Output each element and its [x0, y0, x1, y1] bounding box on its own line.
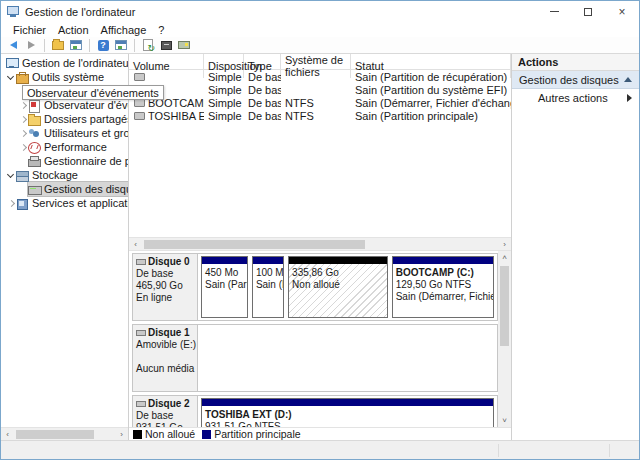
- menu-action[interactable]: Action: [52, 22, 95, 37]
- sidebar-item-root[interactable]: Gestion de l'ordinateur (local): [1, 56, 128, 70]
- close-icon: ×: [618, 6, 625, 18]
- partition-color-bar: [393, 257, 493, 264]
- up-one-level-icon[interactable]: [50, 38, 66, 52]
- menu-aide[interactable]: ?: [152, 22, 170, 37]
- chevron-down-icon[interactable]: [6, 72, 16, 82]
- collapse-icon[interactable]: [624, 77, 632, 82]
- app-icon: [7, 6, 20, 17]
- partition-color-bar: [202, 399, 493, 406]
- disk-row-0: Disque 0 De base 465,90 Go En ligne 450 …: [132, 253, 498, 321]
- legend-primary-label: Partition principale: [214, 428, 300, 440]
- properties-icon[interactable]: [158, 38, 174, 52]
- actions-item-autres-actions[interactable]: Autres actions: [512, 89, 639, 107]
- scroll-left-icon[interactable]: ‹: [129, 238, 142, 251]
- scrollbar-thumb[interactable]: [16, 430, 94, 439]
- volume-fs: NTFS: [281, 110, 351, 122]
- disk1-label[interactable]: Disque 1 Amovible (E:) Aucun média: [132, 324, 198, 392]
- actions-section-gestion-des-disques[interactable]: Gestion des disques: [512, 71, 639, 89]
- chevron-right-icon[interactable]: [18, 114, 28, 124]
- disk2-label[interactable]: Disque 2 De base 931,51 Go En ligne: [132, 395, 198, 427]
- services-icon: [16, 198, 29, 209]
- volume-list-horizontal-scrollbar[interactable]: ‹ ›: [129, 237, 511, 250]
- chevron-right-icon[interactable]: [18, 142, 28, 152]
- disk1-empty-area[interactable]: [198, 324, 498, 392]
- scroll-up-icon[interactable]: ˄: [498, 251, 511, 264]
- sidebar-item-label: Gestion des disques: [44, 183, 128, 195]
- refresh-icon[interactable]: [140, 38, 156, 52]
- volume-statut: Sain (Partition du système EFI): [351, 84, 511, 96]
- partition-status: Non alloué: [292, 279, 384, 291]
- sidebar-item-gestionnaire-peripheriques[interactable]: Gestionnaire de périphé: [1, 154, 128, 168]
- actions-item-label: Autres actions: [538, 92, 608, 104]
- scroll-right-icon[interactable]: ›: [115, 428, 128, 441]
- menu-affichage[interactable]: Affichage: [95, 22, 153, 37]
- volume-disposition: Simple: [204, 110, 244, 122]
- sidebar-item-label: Gestionnaire de périphé: [44, 155, 128, 167]
- volume-statut: Sain (Démarrer, Fichier d'échange, Vidag…: [351, 97, 511, 109]
- status-bar: [1, 440, 639, 460]
- table-row[interactable]: TOSHIBA EXT (D:) Simple De base NTFS Sai…: [129, 109, 511, 122]
- help-icon[interactable]: ?: [95, 38, 111, 52]
- menu-fichier[interactable]: Fichier: [7, 22, 52, 37]
- disk0-label[interactable]: Disque 0 De base 465,90 Go En ligne: [132, 253, 198, 321]
- sidebar-item-outils-systeme[interactable]: Outils système: [1, 70, 128, 84]
- computer-icon: [6, 58, 19, 69]
- close-button[interactable]: ×: [605, 1, 639, 22]
- chevron-right-icon[interactable]: [18, 128, 28, 138]
- performance-icon: [28, 142, 41, 153]
- scrollbar-track[interactable]: [142, 238, 498, 250]
- show-console-tree-icon[interactable]: [68, 38, 84, 52]
- partition-color-bar: [253, 257, 283, 264]
- chevron-right-icon[interactable]: [18, 100, 28, 110]
- table-row[interactable]: BOOTCAMP (C:) Simple De base NTFS Sain (…: [129, 96, 511, 109]
- partition-status: Sain (Démarrer, Fichier d'é: [396, 291, 490, 303]
- sidebar-item-label: Observateur d'événements: [44, 99, 128, 111]
- actions-panel: Actions Gestion des disques Autres actio…: [511, 54, 639, 440]
- disk-actions-icon[interactable]: [176, 38, 192, 52]
- disk-name: Disque 2: [148, 398, 190, 410]
- sidebar-item-label: Dossiers partagés: [44, 113, 128, 125]
- partition-size: 129,50 Go NTFS: [396, 279, 490, 291]
- scroll-left-icon[interactable]: ‹: [1, 428, 14, 441]
- scroll-down-icon[interactable]: ˅: [498, 414, 511, 427]
- chevron-right-icon[interactable]: [6, 198, 16, 208]
- partition-bootcamp[interactable]: BOOTCAMP (C:)129,50 Go NTFSSain (Démarre…: [392, 256, 494, 318]
- maximize-button[interactable]: [571, 1, 605, 22]
- scrollbar-thumb[interactable]: [500, 266, 509, 346]
- sidebar-item-services-applications[interactable]: Services et applications: [1, 196, 128, 210]
- volume-icon: [134, 73, 145, 81]
- disk-size: 465,90 Go: [136, 280, 194, 292]
- selected-tree-item[interactable]: Gestion des disques: [28, 182, 128, 196]
- sidebar-item-performance[interactable]: Performance: [1, 140, 128, 154]
- sidebar-item-dossiers-partages[interactable]: Dossiers partagés: [1, 112, 128, 126]
- status-separator: [498, 444, 499, 457]
- scrollbar-track[interactable]: [498, 264, 511, 414]
- scrollbar-thumb[interactable]: [144, 240, 365, 249]
- scrollbar-track[interactable]: [14, 428, 115, 440]
- sidebar-horizontal-scrollbar[interactable]: ‹ ›: [1, 427, 128, 440]
- disk-view-vertical-scrollbar[interactable]: ˄ ˅: [498, 251, 511, 427]
- back-icon[interactable]: [5, 38, 21, 52]
- table-row[interactable]: Simple De base Sain (Partition du systèm…: [129, 83, 511, 96]
- partition-toshiba[interactable]: TOSHIBA EXT (D:)931,51 Go NTFSSain (Part…: [201, 398, 494, 427]
- column-header-fs[interactable]: Système de fichiers: [281, 54, 351, 78]
- forward-icon[interactable]: [23, 38, 39, 52]
- show-action-pane-icon[interactable]: [113, 38, 129, 52]
- actions-header: Actions: [512, 54, 639, 71]
- sidebar-item-utilisateurs[interactable]: Utilisateurs et groupes l: [1, 126, 128, 140]
- disk-management-icon: [28, 184, 41, 195]
- minimize-button[interactable]: [537, 1, 571, 22]
- partition-efi[interactable]: 100 MoSain (Pa: [252, 256, 284, 318]
- partition-unallocated[interactable]: 335,86 GoNon alloué: [288, 256, 388, 318]
- volume-type: De base: [244, 84, 281, 96]
- volume-statut: Sain (Partition de récupération): [351, 71, 511, 83]
- volume-type: De base: [244, 110, 281, 122]
- chevron-down-icon[interactable]: [6, 170, 16, 180]
- partition-recovery[interactable]: 450 MoSain (Partiti: [201, 256, 248, 318]
- sidebar-item-observateur[interactable]: Observateur d'événements: [1, 98, 128, 112]
- scroll-right-icon[interactable]: ›: [498, 238, 511, 251]
- partition-color-bar: [289, 257, 387, 264]
- tree-item-tooltip: Observateur d'événements: [22, 85, 164, 100]
- sidebar-item-gestion-des-disques[interactable]: Gestion des disques: [1, 182, 128, 196]
- sidebar-item-stockage[interactable]: Stockage: [1, 168, 128, 182]
